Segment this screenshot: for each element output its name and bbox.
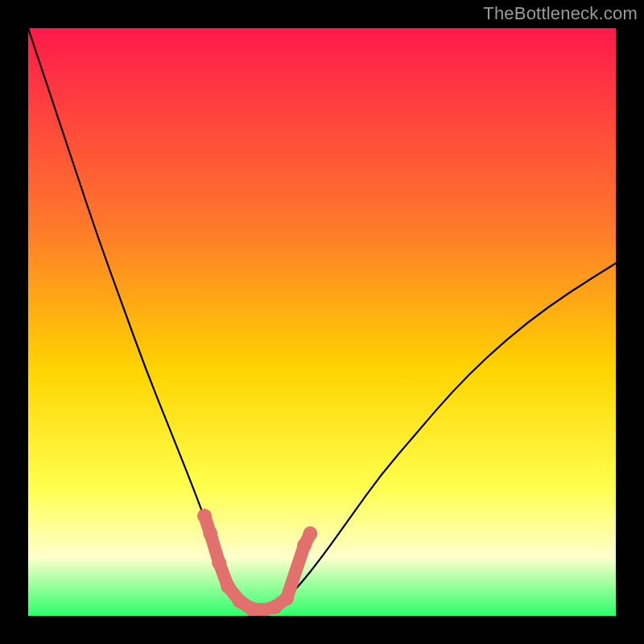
- marker-dot: [212, 555, 226, 570]
- marker-dot: [303, 526, 317, 541]
- marker-dot: [197, 509, 212, 523]
- chart-frame: TheBottleneck.com: [0, 0, 644, 644]
- chart-svg: [28, 28, 616, 616]
- marker-dot: [203, 526, 217, 541]
- marker-dot: [268, 600, 283, 614]
- marker-dot: [279, 591, 294, 605]
- watermark-text: TheBottleneck.com: [483, 3, 638, 24]
- plot-area: [28, 28, 616, 616]
- marker-dot: [221, 580, 235, 594]
